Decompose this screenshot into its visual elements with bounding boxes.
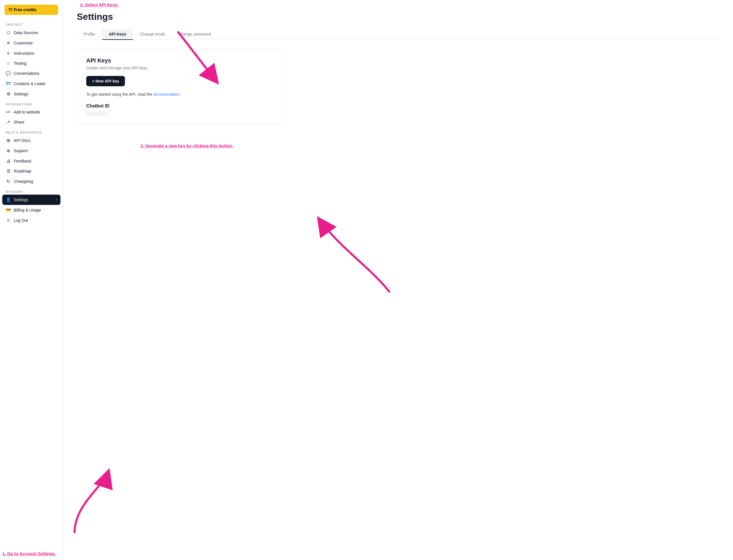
new-api-key-button[interactable]: + New API key — [86, 76, 125, 86]
api-docs-icon: ⊞ — [6, 138, 11, 143]
sidebar-item-api-docs[interactable]: ⊞ API Docs — [0, 135, 63, 146]
sidebar-item-roadmap[interactable]: ☰ Roadmap — [0, 166, 63, 176]
nav-arrow: › — [56, 198, 57, 202]
sidebar-item-contacts-leads[interactable]: 🪪 Contacts & Leads — [0, 79, 63, 89]
chatbot-id-value: •••••••••••• — [86, 111, 274, 116]
share-icon: ↗ — [6, 120, 11, 125]
page-title: Settings — [77, 11, 719, 22]
sidebar-item-settings-account[interactable]: 👤 Settings › — [2, 195, 60, 205]
settings-tabs: Profile API Keys Change email Change pas… — [77, 29, 719, 40]
sidebar-item-customize[interactable]: ✕ Customize — [0, 38, 63, 48]
chatbot-id-label: Chatbot ID — [86, 103, 274, 109]
tab-api-keys[interactable]: API Keys — [102, 29, 133, 40]
sidebar-item-share[interactable]: ↗ Share — [0, 117, 63, 127]
testing-icon: ○ — [6, 61, 11, 66]
settings-account-icon: 👤 — [6, 197, 11, 202]
documentation-link[interactable]: documentation — [153, 92, 180, 97]
sidebar-item-data-sources[interactable]: ⬡ Data Sources — [0, 28, 63, 38]
tab-change-password[interactable]: Change password — [172, 29, 218, 40]
annotation-step-1: 1. Go to Account Settings. — [2, 551, 56, 556]
api-keys-title: API Keys — [86, 57, 274, 64]
main-content: Settings Profile API Keys Change email C… — [63, 0, 733, 560]
customize-icon: ✕ — [6, 40, 11, 46]
sidebar-item-changelog[interactable]: ↻ Changelog — [0, 176, 63, 187]
changelog-icon: ↻ — [6, 179, 11, 184]
sidebar-item-add-to-website[interactable]: </> Add to website — [0, 107, 63, 117]
roadmap-icon: ☰ — [6, 169, 11, 174]
sidebar-item-logout[interactable]: ⎋ Log Out — [0, 215, 63, 225]
sidebar-item-billing[interactable]: 💳 Billing & Usage — [0, 205, 63, 215]
free-credits-button[interactable]: 🛡 Free credits — [5, 5, 58, 15]
sidebar-item-conversations[interactable]: 💬 Conversations — [0, 68, 63, 79]
add-to-website-icon: </> — [6, 110, 11, 114]
sidebar-item-feedback[interactable]: 🖨 Feedback — [0, 156, 63, 166]
api-keys-card: API Keys Create and manage your API keys… — [77, 49, 283, 124]
instructions-icon: ≡ — [6, 51, 11, 56]
logout-icon: ⎋ — [6, 218, 11, 223]
annotation-step-3: 3. Generate a new key by clicking this b… — [140, 143, 233, 148]
annotation-step-2: 2. Select API Keys. — [80, 2, 119, 7]
sidebar-item-instructions[interactable]: ≡ Instructions — [0, 48, 63, 58]
support-icon: ⊛ — [6, 148, 11, 153]
section-label-integrations: INTEGRATIONS — [0, 99, 63, 107]
billing-icon: 💳 — [6, 207, 11, 213]
section-label-help: HELP & RESOURCES — [0, 127, 63, 135]
section-label-chatbot: CHATBOT — [0, 19, 63, 28]
section-label-account: ACCOUNT — [0, 187, 63, 195]
feedback-icon: 🖨 — [6, 158, 11, 163]
sidebar-item-settings-chatbot[interactable]: ⚙ Settings — [0, 89, 63, 99]
sidebar: 🛡 Free credits CHATBOT ⬡ Data Sources ✕ … — [0, 0, 63, 560]
contacts-leads-icon: 🪪 — [6, 81, 11, 86]
tab-change-email[interactable]: Change email — [133, 29, 171, 40]
data-sources-icon: ⬡ — [6, 30, 11, 35]
settings-chatbot-icon: ⚙ — [6, 91, 11, 97]
sidebar-item-support[interactable]: ⊛ Support — [0, 146, 63, 156]
conversations-icon: 💬 — [6, 71, 11, 76]
api-doc-text: To get started using the API, read the d… — [86, 92, 274, 97]
api-keys-subtitle: Create and manage your API keys. — [86, 66, 274, 70]
tab-profile[interactable]: Profile — [77, 29, 102, 40]
sidebar-item-testing[interactable]: ○ Testing — [0, 58, 63, 68]
